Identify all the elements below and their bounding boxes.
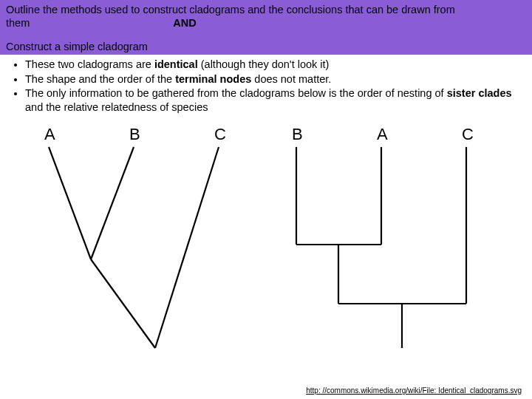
left-label-b: B bbox=[129, 125, 140, 143]
cladogram-diagrams: A B C B A C bbox=[0, 119, 532, 370]
bullet-1: These two cladograms are identical (alth… bbox=[25, 58, 525, 72]
cladogram-svg: A B C B A C bbox=[0, 119, 532, 370]
bullet-1-pre: These two cladograms are bbox=[25, 58, 154, 70]
right-label-c: C bbox=[462, 125, 474, 143]
bullet-3: The only information to be gathered from… bbox=[25, 86, 525, 114]
header-text-1a: Outline the methods used to construct cl… bbox=[6, 4, 455, 16]
slide-header: Outline the methods used to construct cl… bbox=[0, 0, 532, 55]
left-branch-b bbox=[91, 147, 134, 259]
source-link[interactable]: http: //commons.wikimedia.org/wiki/File:… bbox=[306, 386, 522, 395]
bullet-2-post: does not matter. bbox=[251, 73, 331, 85]
header-line-2: Construct a simple cladogram bbox=[6, 40, 526, 53]
bullet-1-bold: identical bbox=[154, 58, 198, 70]
bullet-2: The shape and the order of the terminal … bbox=[25, 72, 525, 86]
right-label-a: A bbox=[377, 125, 388, 143]
bullet-3-pre: The only information to be gathered from… bbox=[25, 87, 447, 99]
bullet-2-bold: terminal nodes bbox=[175, 73, 251, 85]
header-and: AND bbox=[173, 16, 196, 30]
bullet-1-post: (although they don't look it) bbox=[198, 58, 330, 70]
left-label-a: A bbox=[44, 125, 55, 143]
bullet-2-pre: The shape and the order of the bbox=[25, 73, 175, 85]
bullet-list: These two cladograms are identical (alth… bbox=[0, 55, 532, 114]
bullet-3-bold: sister clades bbox=[447, 87, 512, 99]
bullet-3-post: and the relative relatedness of species bbox=[25, 101, 208, 113]
right-cladogram: B A C bbox=[292, 125, 474, 348]
header-line-1: Outline the methods used to construct cl… bbox=[6, 3, 526, 30]
right-label-b: B bbox=[292, 125, 303, 143]
left-label-c: C bbox=[214, 125, 226, 143]
left-branch-c bbox=[155, 147, 219, 348]
left-cladogram: A B C bbox=[44, 125, 226, 348]
left-branch-a bbox=[49, 147, 91, 259]
left-stem-ab bbox=[91, 259, 155, 348]
header-text-1b: them bbox=[6, 17, 30, 29]
